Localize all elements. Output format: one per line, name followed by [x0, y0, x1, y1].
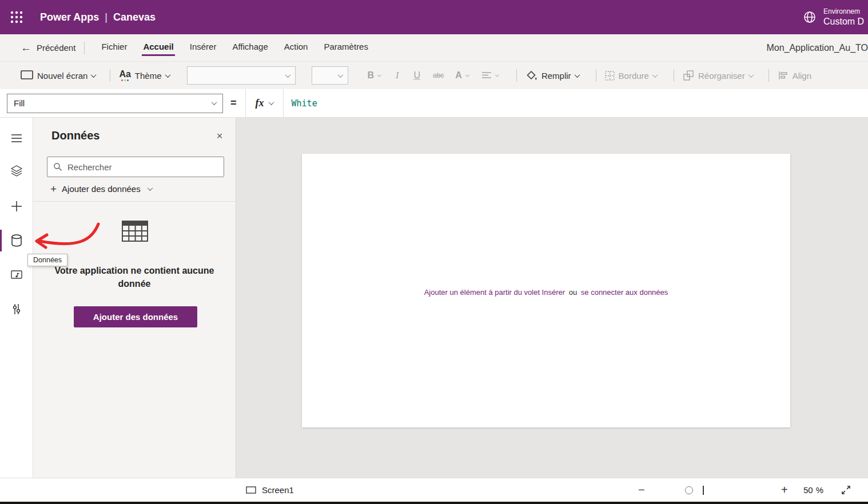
- tab-action[interactable]: Action: [283, 39, 309, 56]
- font-family-combo[interactable]: [187, 66, 296, 85]
- main-region: Données × + Ajouter des données: [0, 118, 868, 478]
- fill-button[interactable]: Remplir: [525, 70, 579, 82]
- environment-picker[interactable]: Environnem Custom D: [803, 0, 868, 34]
- chevron-down-icon: [574, 72, 580, 78]
- new-screen-label: Nouvel écran: [37, 71, 87, 81]
- add-data-link[interactable]: + Ajouter des données: [50, 183, 152, 194]
- insert-pane-link[interactable]: Ajouter un élément à partir du volet Ins…: [424, 288, 565, 297]
- zoom-slider-thumb[interactable]: [685, 486, 693, 494]
- bold-button[interactable]: B: [368, 70, 381, 81]
- tab-affichage[interactable]: Affichage: [231, 39, 269, 56]
- back-arrow-icon: ←: [21, 42, 31, 53]
- paint-bucket-icon: [525, 70, 537, 82]
- align-label: Align: [793, 71, 811, 81]
- equals-sign: =: [230, 97, 237, 109]
- canvas-hint: Ajouter un élément à partir du volet Ins…: [302, 288, 790, 297]
- property-selector[interactable]: Fill: [7, 94, 223, 113]
- hint-connector: ou: [569, 288, 577, 297]
- border-button[interactable]: Bordure: [605, 71, 657, 81]
- chevron-down-icon: [268, 99, 274, 105]
- table-empty-icon: [122, 221, 148, 245]
- advanced-tools-button[interactable]: [10, 302, 23, 316]
- new-screen-button[interactable]: Nouvel écran: [21, 70, 95, 81]
- chevron-down-icon: [285, 72, 290, 78]
- fx-selector[interactable]: fx: [245, 89, 284, 117]
- collapse-pane-button[interactable]: [10, 131, 23, 145]
- zoom-slider-tick: [703, 486, 704, 495]
- text-align-button[interactable]: [481, 71, 499, 79]
- plus-icon: +: [781, 483, 788, 497]
- italic-button[interactable]: I: [396, 70, 399, 81]
- font-size-combo[interactable]: [312, 66, 348, 85]
- plus-icon: +: [50, 183, 57, 194]
- zoom-in-button[interactable]: +: [781, 478, 788, 502]
- app-launcher-button[interactable]: [0, 0, 33, 34]
- data-sources-button[interactable]: [10, 234, 23, 247]
- underline-button[interactable]: U: [413, 70, 420, 81]
- zoom-value: 50: [803, 485, 813, 495]
- tab-parametres[interactable]: Paramètres: [322, 39, 369, 56]
- close-icon: ×: [216, 130, 222, 142]
- add-data-link-label: Ajouter des données: [62, 184, 141, 194]
- waffle-icon: [9, 10, 24, 25]
- reorder-button[interactable]: Réorganiser: [683, 70, 753, 81]
- fit-to-screen-button[interactable]: [841, 478, 851, 502]
- screen-thumbnail-icon: [246, 486, 256, 494]
- menubar-divider: [84, 42, 85, 54]
- product-name: Power Apps: [40, 11, 99, 23]
- media-icon: [10, 269, 23, 281]
- chevron-down-icon: [377, 73, 381, 77]
- tab-accueil[interactable]: Accueil: [142, 39, 174, 56]
- strikethrough-button[interactable]: abc: [433, 71, 444, 79]
- formula-input[interactable]: White: [292, 98, 317, 109]
- data-tooltip: Données: [27, 254, 67, 266]
- tab-inserer[interactable]: Insérer: [189, 39, 218, 56]
- chevron-down-icon: [337, 72, 343, 78]
- zoom-level: 50 %: [803, 478, 823, 502]
- screen1-artboard[interactable]: Ajouter un élément à partir du volet Ins…: [302, 154, 790, 427]
- screen-selector[interactable]: Screen1: [246, 478, 294, 502]
- panel-divider: [33, 201, 236, 202]
- canvas-background: Ajouter un élément à partir du volet Ins…: [236, 118, 868, 478]
- hamburger-icon: [10, 132, 23, 145]
- bottom-edge-strip: [0, 502, 868, 504]
- reorder-icon: [683, 70, 694, 81]
- close-panel-button[interactable]: ×: [213, 129, 226, 143]
- expand-icon: [841, 485, 851, 495]
- plus-icon: [10, 200, 23, 213]
- insert-button[interactable]: [10, 199, 23, 213]
- back-button[interactable]: ← Précédent: [21, 42, 75, 53]
- theme-button[interactable]: Aa Thème: [119, 70, 169, 81]
- tab-fichier[interactable]: Fichier: [100, 39, 128, 56]
- data-panel: Données × + Ajouter des données: [33, 118, 236, 478]
- chevron-down-icon: [652, 72, 658, 78]
- environment-name: Custom D: [823, 16, 864, 27]
- toolbar-divider: [596, 69, 596, 82]
- search-input[interactable]: [67, 162, 218, 172]
- chevron-down-icon: [748, 72, 754, 78]
- toolbar-divider: [769, 69, 769, 82]
- border-icon: [605, 71, 615, 81]
- chevron-down-icon: [91, 72, 97, 78]
- media-button[interactable]: [10, 268, 23, 282]
- back-label: Précédent: [37, 43, 75, 53]
- zoom-out-button[interactable]: −: [638, 478, 645, 502]
- product-title: Power Apps | Canevas: [40, 11, 156, 23]
- environment-label: Environnem: [823, 7, 864, 16]
- title-separator: |: [105, 11, 107, 23]
- fill-label: Remplir: [541, 71, 571, 81]
- tree-view-button[interactable]: [10, 165, 23, 178]
- chevron-down-icon: [465, 73, 469, 77]
- selected-rail-indicator: [0, 230, 2, 251]
- align-button[interactable]: Align: [778, 70, 811, 81]
- environment-text: Environnem Custom D: [823, 7, 864, 27]
- minus-icon: −: [638, 483, 645, 497]
- empty-data-message: Votre application ne contient aucune don…: [49, 264, 220, 290]
- database-icon: [10, 234, 23, 247]
- connect-data-link[interactable]: se connecter aux données: [581, 288, 668, 297]
- add-data-button[interactable]: Ajouter des données: [74, 306, 197, 327]
- reorder-label: Réorganiser: [698, 71, 745, 81]
- toolbar-divider: [516, 69, 517, 82]
- globe-icon: [803, 10, 817, 24]
- font-color-button[interactable]: A: [455, 70, 469, 81]
